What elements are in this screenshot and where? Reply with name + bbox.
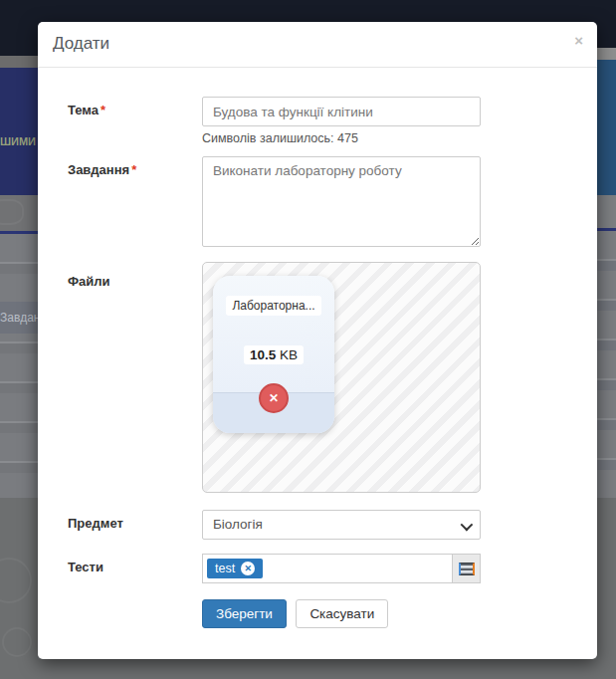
file-dropzone[interactable]: Лабораторна... 10.5 KB ✕ bbox=[202, 262, 481, 493]
topic-label: Тема* bbox=[68, 103, 197, 117]
file-size: 10.5 KB bbox=[244, 345, 304, 364]
background-table-rows bbox=[597, 231, 616, 498]
dialog-header: Додати × bbox=[38, 22, 597, 68]
remove-tag-icon[interactable]: ✕ bbox=[241, 562, 255, 575]
topic-input[interactable] bbox=[202, 97, 481, 126]
subject-label: Предмет bbox=[68, 516, 197, 531]
tag-label: test bbox=[215, 562, 235, 575]
background-doodle bbox=[2, 627, 32, 657]
list-icon bbox=[459, 563, 475, 575]
background-doodle bbox=[0, 199, 24, 225]
files-label: Файли bbox=[68, 274, 197, 289]
required-asterisk: * bbox=[131, 162, 136, 177]
close-icon[interactable]: × bbox=[574, 33, 583, 48]
cancel-button[interactable]: Скасувати bbox=[296, 599, 388, 628]
tests-tags-input[interactable]: test ✕ bbox=[202, 554, 453, 583]
tests-label: Тести bbox=[68, 560, 197, 574]
file-preview-card: Лабораторна... 10.5 KB ✕ bbox=[213, 276, 334, 433]
tests-tags-control: test ✕ bbox=[202, 554, 481, 583]
save-button[interactable]: Зберегти bbox=[202, 599, 287, 628]
remove-file-button[interactable]: ✕ bbox=[259, 383, 289, 413]
task-textarea[interactable]: Виконати лабораторну роботу bbox=[202, 156, 481, 247]
dialog-actions: Зберегти Скасувати bbox=[202, 599, 481, 628]
x-icon: ✕ bbox=[269, 391, 279, 405]
background-promo-text: ШИМИ bbox=[0, 135, 38, 147]
background-footer-area bbox=[597, 498, 616, 679]
background-gray-area bbox=[597, 195, 616, 228]
file-card-footer: ✕ bbox=[213, 392, 334, 433]
background-table-rows bbox=[0, 234, 38, 498]
dialog-title: Додати bbox=[53, 34, 109, 53]
background-gray-strip bbox=[0, 56, 38, 68]
subject-selected-value: Біологія bbox=[213, 517, 263, 532]
task-label: Завдання* bbox=[68, 162, 197, 177]
background-promo-panel-left bbox=[0, 68, 38, 195]
file-name: Лабораторна... bbox=[226, 296, 320, 316]
chars-remaining-text: Символів залишилось: 475 bbox=[202, 131, 358, 145]
background-gray-strip bbox=[597, 48, 616, 60]
background-table-header: Завдан bbox=[0, 302, 38, 334]
add-dialog: Додати × Тема* Символів залишилось: 475 … bbox=[38, 22, 597, 659]
tag-test: test ✕ bbox=[207, 559, 263, 578]
subject-select[interactable]: Біологія bbox=[202, 510, 481, 540]
chevron-down-icon bbox=[461, 519, 474, 532]
background-promo-panel-right bbox=[597, 60, 616, 195]
required-asterisk: * bbox=[101, 103, 105, 117]
tests-list-button[interactable] bbox=[453, 554, 481, 583]
background-footer-area bbox=[0, 659, 616, 679]
